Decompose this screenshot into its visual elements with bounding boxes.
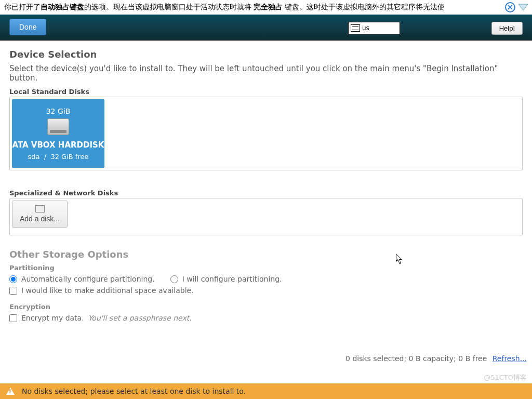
warning-bar: No disks selected; please select at leas… xyxy=(0,383,532,399)
page-title: Device Selection xyxy=(9,49,523,60)
disk-name: ATA VBOX HARDDISK xyxy=(12,140,104,150)
add-disk-button[interactable]: Add a disk... xyxy=(12,201,68,228)
radio-manual-label: I will configure partitioning. xyxy=(182,275,282,283)
close-icon[interactable]: ✕ xyxy=(505,2,515,12)
refresh-link[interactable]: Refresh... xyxy=(493,354,527,363)
instruction-text: Select the device(s) you'd like to insta… xyxy=(9,64,523,83)
disk-add-icon xyxy=(35,205,45,212)
disk-free: sda / 32 GiB free xyxy=(28,153,89,161)
svg-marker-0 xyxy=(518,4,528,10)
keyboard-layout-label: us xyxy=(362,24,369,32)
partitioning-label: Partitioning xyxy=(9,264,523,272)
checkbox-reclaim-space[interactable] xyxy=(9,287,17,295)
summary-bar: 0 disks selected; 0 B capacity; 0 B free… xyxy=(345,354,527,363)
radio-manual-partition[interactable] xyxy=(170,275,178,283)
checkbox-encrypt-label: Encrypt my data. xyxy=(21,314,84,322)
summary-text: 0 disks selected; 0 B capacity; 0 B free xyxy=(345,354,487,363)
chevron-down-icon[interactable] xyxy=(517,2,529,12)
host-notice-text: 你已打开了自动独占键盘的选项。现在当该虚拟电脑窗口处于活动状态时就将 完全独占 … xyxy=(4,3,445,12)
checkbox-encrypt[interactable] xyxy=(9,314,17,322)
installer-header: Done us Help! xyxy=(0,15,532,41)
other-options-title: Other Storage Options xyxy=(9,249,523,260)
checkbox-reclaim-label: I would like to make additional space av… xyxy=(21,286,194,295)
encryption-label: Encryption xyxy=(9,303,523,311)
radio-auto-label: Automatically configure partitioning. xyxy=(21,275,155,283)
network-disks-box: Add a disk... xyxy=(9,198,523,235)
done-button[interactable]: Done xyxy=(9,19,46,35)
host-notice-bar: 你已打开了自动独占键盘的选项。现在当该虚拟电脑窗口处于活动状态时就将 完全独占 … xyxy=(0,0,532,15)
disk-item-sda[interactable]: 32 GiB ATA VBOX HARDDISK sda / 32 GiB fr… xyxy=(12,99,104,168)
warning-text: No disks selected; please select at leas… xyxy=(22,387,246,395)
encrypt-hint: You'll set a passphrase next. xyxy=(88,314,192,322)
help-button[interactable]: Help! xyxy=(491,22,523,35)
radio-auto-partition[interactable] xyxy=(9,275,17,283)
keyboard-layout-indicator[interactable]: us xyxy=(348,22,400,34)
warning-icon xyxy=(6,388,15,395)
keyboard-icon xyxy=(351,24,360,32)
add-disk-label: Add a disk... xyxy=(20,215,60,223)
local-disks-label: Local Standard Disks xyxy=(9,88,523,96)
content-area: Device Selection Select the device(s) yo… xyxy=(0,41,532,383)
local-disks-box: 32 GiB ATA VBOX HARDDISK sda / 32 GiB fr… xyxy=(9,97,523,170)
harddisk-icon xyxy=(47,118,69,135)
disk-size: 32 GiB xyxy=(46,107,71,115)
network-disks-label: Specialized & Network Disks xyxy=(9,189,523,197)
